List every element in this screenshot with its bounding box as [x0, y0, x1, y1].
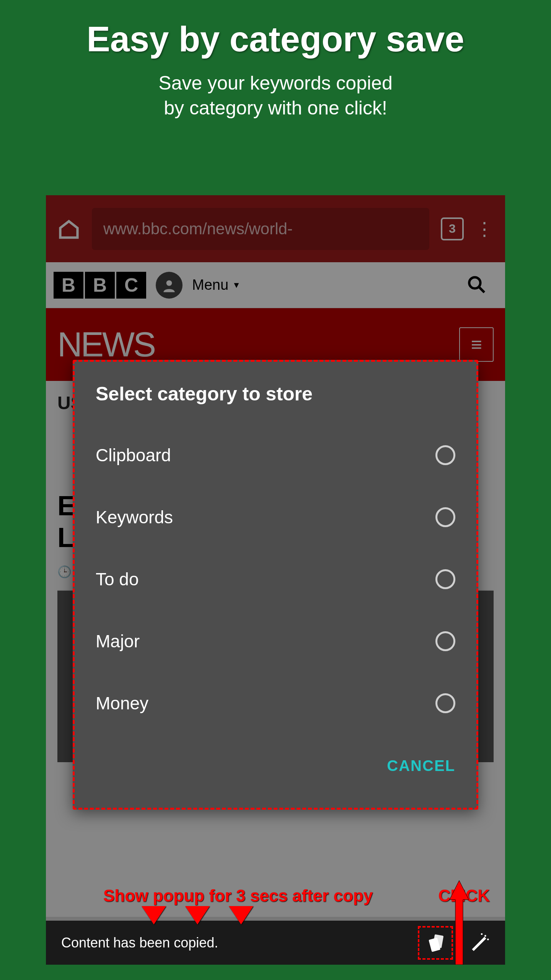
phone-screenshot: www.bbc.com/news/world- 3 ⋮ B B C Menu ▼… [46, 195, 505, 965]
category-option-money[interactable]: Money [96, 672, 455, 734]
arrow-down-icon [185, 906, 210, 924]
arrow-down-icon [142, 906, 166, 924]
svg-point-7 [487, 938, 489, 940]
option-label: Clipboard [96, 445, 171, 466]
radio-icon [435, 445, 455, 465]
category-option-clipboard[interactable]: Clipboard [96, 424, 455, 486]
svg-point-6 [484, 935, 486, 937]
option-label: Money [96, 693, 148, 714]
category-dialog: Select category to store Clipboard Keywo… [73, 360, 478, 810]
popup-annotation: Show popup for 3 secs after copy [103, 886, 373, 905]
down-arrows-annotation [142, 906, 253, 924]
option-label: Major [96, 631, 140, 652]
radio-icon [435, 507, 455, 527]
cards-icon [425, 931, 446, 954]
category-option-todo[interactable]: To do [96, 548, 455, 610]
category-option-keywords[interactable]: Keywords [96, 486, 455, 548]
status-bar: Content has been copied. [46, 921, 505, 965]
promo-subtitle: Save your keywords copied by category wi… [0, 71, 551, 121]
option-label: Keywords [96, 507, 173, 528]
magic-wand-icon[interactable] [468, 931, 490, 954]
promo-title: Easy by category save [0, 19, 551, 59]
radio-icon [435, 569, 455, 589]
cancel-button[interactable]: CANCEL [96, 757, 455, 774]
option-label: To do [96, 569, 139, 590]
svg-marker-3 [450, 880, 469, 965]
radio-icon [435, 693, 455, 713]
arrow-down-icon [229, 906, 253, 924]
category-option-major[interactable]: Major [96, 610, 455, 672]
svg-rect-5 [433, 934, 444, 948]
status-text: Content has been copied. [61, 935, 403, 951]
svg-point-8 [481, 933, 483, 935]
dialog-title: Select category to store [96, 383, 455, 405]
radio-icon [435, 631, 455, 651]
